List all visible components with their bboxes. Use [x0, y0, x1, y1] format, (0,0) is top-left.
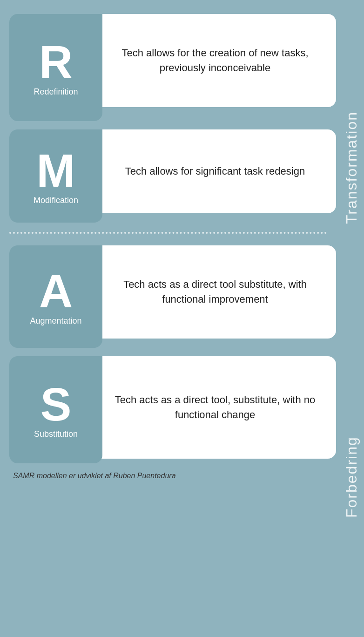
desc-text-s: Tech acts as a direct tool, substitute, … — [107, 393, 323, 422]
section-divider — [9, 232, 327, 234]
desc-card-a: Tech acts as a direct tool substitute, w… — [94, 245, 336, 339]
desc-text-m: Tech allows for significant task redesig… — [125, 164, 305, 179]
letter-r: R — [39, 39, 73, 85]
samr-diagram: Transformation Forbedring R Redefinition… — [0, 0, 364, 637]
letter-s: S — [40, 381, 72, 427]
desc-card-r: Tech allows for the creation of new task… — [94, 14, 336, 107]
letter-block-a: A Augmentation — [9, 245, 102, 348]
sublabel-s: Substitution — [34, 429, 78, 439]
sublabel-r: Redefinition — [34, 87, 78, 97]
letter-a: A — [39, 268, 73, 314]
desc-text-r: Tech allows for the creation of new task… — [107, 46, 323, 75]
row-substitution: S Substitution Tech acts as a direct too… — [9, 356, 355, 463]
desc-card-s: Tech acts as a direct tool, substitute, … — [94, 356, 336, 459]
sublabel-a: Augmentation — [30, 316, 81, 326]
desc-card-m: Tech allows for significant task redesig… — [94, 129, 336, 213]
footer: SAMR modellen er udviklet af Ruben Puent… — [9, 472, 355, 480]
footer-text: SAMR modellen er udviklet af Ruben Puent… — [13, 472, 355, 480]
desc-text-a: Tech acts as a direct tool substitute, w… — [107, 277, 323, 307]
letter-m: M — [36, 147, 75, 194]
letter-block-r: R Redefinition — [9, 14, 102, 121]
row-modification: M Modification Tech allows for significa… — [9, 129, 355, 223]
letter-block-m: M Modification — [9, 129, 102, 223]
row-augmentation: A Augmentation Tech acts as a direct too… — [9, 245, 355, 348]
letter-block-s: S Substitution — [9, 356, 102, 463]
sublabel-m: Modification — [34, 196, 78, 205]
row-redefinition: R Redefinition Tech allows for the creat… — [9, 14, 355, 121]
